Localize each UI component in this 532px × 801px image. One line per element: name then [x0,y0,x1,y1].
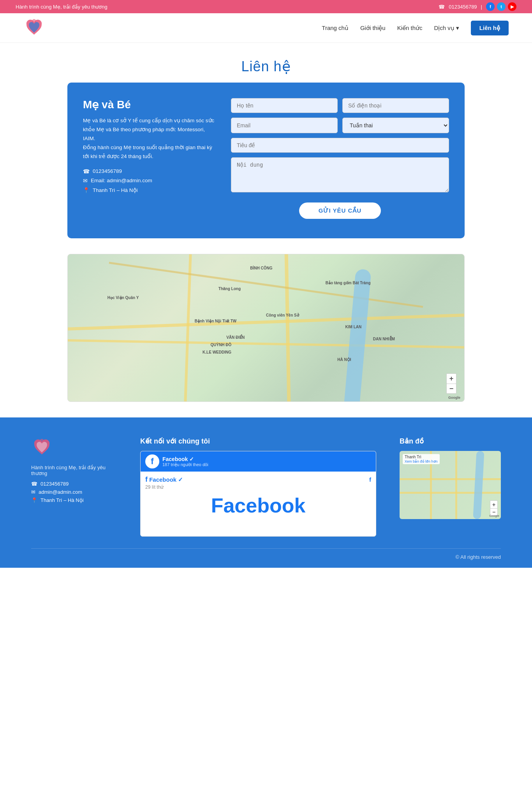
fb-share-icon[interactable]: f [369,476,371,483]
footer-content: Hành trình cùng Mẹ, trải đầy yêu thương … [31,437,501,537]
map-controls: + − [446,373,456,394]
nav-services[interactable]: Dịch vụ ▾ [434,25,459,32]
form-row-1 [231,98,449,113]
footer-phone-icon: ☎ [31,481,37,487]
contact-card: Mẹ và Bé Mẹ và Bé là cơ sở Y tế cung cấp… [67,83,465,238]
map-label-thang-long: Thăng Long [218,287,241,291]
footer-map-img: Thanh Trì Xem bản đồ lớn hơn + − Google [400,451,501,519]
map-road-h2 [68,339,464,349]
location-icon: 📍 [83,187,90,193]
footer-email: admin@admin.com [39,489,82,495]
page-title-section: Liên hệ [0,43,532,83]
map-label-cong-vien: Công viên Yên Sở [266,313,299,317]
form-row-2: Tuần thai Tuần 1 Tuần 4 Tuần 8 Tuần 12 T… [231,118,449,133]
map-watermark: Google [448,396,460,400]
fb-page-title-row: f Facebook ✓ f [145,475,371,484]
footer-tagline: Hành trình cùng Mẹ, trải đầy yêu thương [31,465,117,476]
footer-brand: Hành trình cùng Mẹ, trải đầy yêu thương … [31,437,117,537]
map-section: Học Viện Quân Y QUỲNH ĐÔ VĂN ĐIỂN HÀ NỘI… [52,254,480,402]
phone-number: 0123456789 [449,4,477,10]
map-label-dan-nhiem: DAN NHIỄM [373,337,395,341]
contact-email: ✉ Email: admin@admin.com [83,178,215,184]
fb-page-verified: ✓ [178,476,183,483]
nav-about[interactable]: Giới thiệu [360,25,386,32]
so-dien-thoai-input[interactable] [342,98,449,113]
footer-bottom: © All rights reserved [31,548,501,560]
footer-address-row: 📍 Thanh Trì – Hà Nội [31,497,117,503]
youtube-icon[interactable]: ▶ [508,2,516,11]
fb-widget-body: f Facebook ✓ f 29 lít thứ Facebook [141,472,376,521]
footer-social-title: Kết nối với chúng tôi [140,437,376,445]
fb-page-title: f Facebook ✓ [145,475,183,484]
fb-verified-icon: ✓ [189,456,194,462]
map-road-v1 [184,254,192,401]
email-detail-icon: ✉ [83,178,88,184]
tuan-thai-select[interactable]: Tuần thai Tuần 1 Tuần 4 Tuần 8 Tuần 12 T… [342,118,449,133]
footer-phone-row: ☎ 0123456789 [31,481,117,487]
contact-phone: ☎ 0123456789 [83,168,215,174]
email-input[interactable] [231,118,338,133]
brand-name: Mẹ và Bé [83,98,215,111]
fb-big-logo: Facebook [145,490,371,517]
footer-logo-icon [31,437,53,458]
phone-icon: ☎ [439,4,445,10]
nav-knowledge[interactable]: Kiến thức [397,25,423,32]
social-links: f t ▶ [486,2,516,11]
logo-icon [23,17,45,39]
top-bar-right: ☎ 0123456789 | f t ▶ [439,2,516,11]
logo[interactable] [23,17,45,39]
noi-dung-textarea[interactable] [231,157,449,192]
top-bar-tagline-section: Hành trình cùng Mẹ, trải đầy yêu thương [16,4,107,10]
footer-address: Thanh Trì – Hà Nội [41,497,84,503]
map-label-benh-vien: Bệnh Viện Nội Tiết TW [195,319,237,323]
contact-form: Tuần thai Tuần 1 Tuần 4 Tuần 8 Tuần 12 T… [231,98,449,219]
footer-email-icon: ✉ [31,489,35,495]
map-label-kim-lan: KIM LAN [345,325,362,329]
footer-phone: 0123456789 [41,481,69,487]
map-zoom-out[interactable]: − [446,384,456,394]
ho-ten-input[interactable] [231,98,338,113]
footer: Hành trình cùng Mẹ, trải đầy yêu thương … [0,417,532,568]
footer-map-road-h2 [400,492,501,494]
map-road-v2 [285,254,291,401]
submit-button[interactable]: GỬI YÊU CẦU [299,202,381,219]
map-label-van-dien: VĂN ĐIỂN [226,335,245,340]
top-bar: Hành trình cùng Mẹ, trải đầy yêu thương … [0,0,532,13]
contact-info: Mẹ và Bé Mẹ và Bé là cơ sở Y tế cung cấp… [83,98,215,219]
fb-followers-count: 187 triệu người theo dõi [162,462,208,467]
footer-map-section: Bản đồ Thanh Trì Xem bản đồ lớn hơn + − … [400,437,501,537]
footer-map-title: Bản đồ [400,437,501,445]
fb-widget-header: f Facebook ✓ 187 triệu người theo dõi [141,451,376,472]
footer-location-icon: 📍 [31,497,37,503]
footer-map-road-v2 [455,451,457,519]
map-label-quynh-do: QUỲNH ĐÔ [210,343,231,347]
map-placeholder: Học Viện Quân Y QUỲNH ĐÔ VĂN ĐIỂN HÀ NỘI… [68,254,464,401]
page-title: Liên hệ [0,58,532,75]
footer-map-river [473,451,484,519]
footer-map-watermark: Google [489,514,499,518]
map-label-kle-wedding: K.LE WEDDING [203,350,231,354]
footer-map-zoom-in[interactable]: + [490,500,498,508]
footer-email-row: ✉ admin@admin.com [31,489,117,495]
contact-button[interactable]: Liên hệ [471,21,509,35]
chevron-down-icon: ▾ [456,25,459,32]
facebook-widget[interactable]: f Facebook ✓ 187 triệu người theo dõi [140,451,376,537]
map-zoom-in[interactable]: + [446,373,456,384]
facebook-icon[interactable]: f [486,2,495,11]
contact-section: Mẹ và Bé Mẹ và Bé là cơ sở Y tế cung cấp… [52,83,480,238]
tagline-text: Hành trình cùng Mẹ, trải đầy yêu thương [16,4,107,10]
separator: | [481,4,482,10]
svg-point-1 [40,439,44,443]
map-label-bao-tang: Bảo tàng gốm Bát Tràng [326,281,371,285]
main-nav: Trang chủ Giới thiệu Kiến thức Dịch vụ ▾… [322,21,509,35]
footer-social: Kết nối với chúng tôi f Facebook ✓ 187 t… [140,437,376,537]
tieu-de-input[interactable] [231,138,449,153]
nav-home[interactable]: Trang chủ [322,25,349,32]
map-container: Học Viện Quân Y QUỲNH ĐÔ VĂN ĐIỂN HÀ NỘI… [67,254,465,402]
footer-contact-details: ☎ 0123456789 ✉ admin@admin.com 📍 Thanh T… [31,481,117,503]
twitter-icon[interactable]: t [497,2,506,11]
contact-address: 📍 Thanh Trì – Hà Nội [83,187,215,193]
fb-page-name-header: Facebook [162,456,188,462]
map-label-ha-noi: HÀ NỘI [337,357,351,362]
footer-map-view-larger[interactable]: Xem bản đồ lớn hơn [405,459,438,463]
